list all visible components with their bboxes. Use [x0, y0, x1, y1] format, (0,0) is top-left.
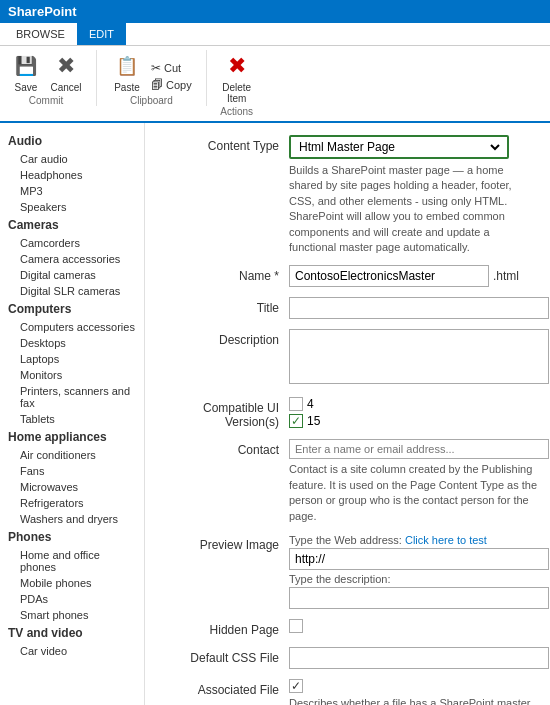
copy-label: Copy [166, 79, 192, 91]
default-css-label: Default CSS File [159, 647, 289, 665]
sidebar-item-fans[interactable]: Fans [0, 463, 144, 479]
contact-field: Contact is a site column created by the … [289, 439, 549, 524]
preview-image-field: Type the Web address: Click here to test… [289, 534, 549, 609]
cancel-ribbon-button[interactable]: ✖ Cancel [48, 50, 84, 93]
sidebar-category-computers: Computers [0, 299, 144, 319]
delete-label: DeleteItem [222, 82, 251, 104]
main-layout: Audio Car audio Headphones MP3 Speakers … [0, 123, 550, 705]
name-field: ContosoElectronicsMaster .html [289, 265, 536, 287]
ui-version-15-label: 15 [307, 414, 320, 428]
sidebar-item-monitors[interactable]: Monitors [0, 367, 144, 383]
sidebar-item-air-conditioners[interactable]: Air conditioners [0, 447, 144, 463]
ribbon-group-clipboard: 📋 Paste ✂ Cut 🗐 Copy Clipboard [109, 50, 207, 106]
hidden-page-checkbox[interactable] [289, 619, 303, 633]
sidebar-item-headphones[interactable]: Headphones [0, 167, 144, 183]
preview-image-label: Preview Image [159, 534, 289, 552]
content-type-dropdown[interactable]: Html Master Page Master Page Page Layout [289, 135, 509, 159]
preview-image-url-input[interactable] [289, 548, 549, 570]
copy-icon: 🗐 [151, 78, 163, 92]
sidebar-item-desktops[interactable]: Desktops [0, 335, 144, 351]
sidebar-category-home-appliances: Home appliances [0, 427, 144, 447]
sidebar-item-printers[interactable]: Printers, scanners and fax [0, 383, 144, 411]
title-label: Title [159, 297, 289, 315]
description-input[interactable] [289, 329, 549, 384]
sidebar-category-tv-video: TV and video [0, 623, 144, 643]
contact-input[interactable] [289, 439, 549, 459]
description-label: Description [159, 329, 289, 347]
preview-image-row: Preview Image Type the Web address: Clic… [159, 534, 536, 609]
ui-version-15: ✓ 15 [289, 414, 536, 428]
title-field [289, 297, 549, 319]
content-type-field: Html Master Page Master Page Page Layout… [289, 135, 536, 255]
sidebar-item-mobile-phones[interactable]: Mobile phones [0, 575, 144, 591]
save-icon: 💾 [10, 50, 42, 82]
sidebar-category-cameras: Cameras [0, 215, 144, 235]
ui-version-4-label: 4 [307, 397, 314, 411]
sidebar-item-tablets[interactable]: Tablets [0, 411, 144, 427]
associated-file-description: Describes whether a file has a SharePoin… [289, 696, 536, 705]
sidebar-item-digital-cameras[interactable]: Digital cameras [0, 267, 144, 283]
sidebar-item-mp3[interactable]: MP3 [0, 183, 144, 199]
compatible-ui-field: 4 ✓ 15 [289, 397, 536, 428]
hidden-page-row: Hidden Page [159, 619, 536, 637]
default-css-input[interactable] [289, 647, 549, 669]
ui-version-4: 4 [289, 397, 536, 411]
sidebar-item-computers-accessories[interactable]: Computers accessories [0, 319, 144, 335]
cancel-icon: ✖ [50, 50, 82, 82]
name-label: Name * [159, 265, 289, 283]
name-row: Name * ContosoElectronicsMaster .html [159, 265, 536, 287]
sidebar-item-digital-slr-cameras[interactable]: Digital SLR cameras [0, 283, 144, 299]
associated-file-label: Associated File [159, 679, 289, 697]
name-suffix: .html [493, 269, 519, 283]
tab-edit[interactable]: EDIT [77, 23, 126, 45]
preview-image-desc-input[interactable] [289, 587, 549, 609]
compatible-ui-label: Compatible UI Version(s) [159, 397, 289, 429]
sidebar-item-microwaves[interactable]: Microwaves [0, 479, 144, 495]
contact-description: Contact is a site column created by the … [289, 462, 549, 524]
contact-row: Contact Contact is a site column created… [159, 439, 536, 524]
associated-file-field: ✓ Describes whether a file has a SharePo… [289, 679, 536, 705]
content-type-select[interactable]: Html Master Page Master Page Page Layout [295, 139, 503, 155]
paste-button[interactable]: 📋 Paste [109, 50, 145, 93]
description-row: Description [159, 329, 536, 387]
sidebar-item-speakers[interactable]: Speakers [0, 199, 144, 215]
actions-group-label: Actions [220, 106, 253, 117]
ribbon-tabs: BROWSE EDIT [0, 23, 550, 46]
associated-file-row: Associated File ✓ Describes whether a fi… [159, 679, 536, 705]
cut-label: Cut [164, 62, 181, 74]
ui-version-4-checkbox[interactable] [289, 397, 303, 411]
paste-icon: 📋 [111, 50, 143, 82]
tab-browse[interactable]: BROWSE [4, 23, 77, 45]
ui-version-15-checkbox[interactable]: ✓ [289, 414, 303, 428]
associated-file-checkbox[interactable]: ✓ [289, 679, 303, 693]
sidebar-item-camera-accessories[interactable]: Camera accessories [0, 251, 144, 267]
sidebar-item-car-video[interactable]: Car video [0, 643, 144, 659]
sidebar-item-car-audio[interactable]: Car audio [0, 151, 144, 167]
sidebar-item-laptops[interactable]: Laptops [0, 351, 144, 367]
save-button[interactable]: 💾 Save [8, 50, 44, 93]
compatible-ui-row: Compatible UI Version(s) 4 ✓ 15 [159, 397, 536, 429]
sidebar-item-home-office-phones[interactable]: Home and office phones [0, 547, 144, 575]
cut-icon: ✂ [151, 61, 161, 75]
ribbon-toolbar: 💾 Save ✖ Cancel Commit 📋 Paste ✂ Cut [0, 46, 550, 123]
save-label: Save [15, 82, 38, 93]
preview-image-desc-label: Type the description: [289, 573, 549, 585]
default-css-field [289, 647, 549, 669]
sidebar: Audio Car audio Headphones MP3 Speakers … [0, 123, 145, 705]
sidebar-item-refrigerators[interactable]: Refrigerators [0, 495, 144, 511]
sidebar-item-smart-phones[interactable]: Smart phones [0, 607, 144, 623]
sidebar-item-camcorders[interactable]: Camcorders [0, 235, 144, 251]
sidebar-item-pdas[interactable]: PDAs [0, 591, 144, 607]
sidebar-item-washers[interactable]: Washers and dryers [0, 511, 144, 527]
preview-image-test-link[interactable]: Click here to test [405, 534, 487, 546]
name-input[interactable]: ContosoElectronicsMaster [289, 265, 489, 287]
cut-button[interactable]: ✂ Cut [149, 60, 194, 76]
delete-item-button[interactable]: ✖ DeleteItem [219, 50, 255, 104]
clipboard-group-label: Clipboard [130, 95, 173, 106]
cut-copy-group: ✂ Cut 🗐 Copy [149, 60, 194, 93]
copy-button[interactable]: 🗐 Copy [149, 77, 194, 93]
default-css-row: Default CSS File [159, 647, 536, 669]
sidebar-category-phones: Phones [0, 527, 144, 547]
title-input[interactable] [289, 297, 549, 319]
paste-label: Paste [114, 82, 140, 93]
